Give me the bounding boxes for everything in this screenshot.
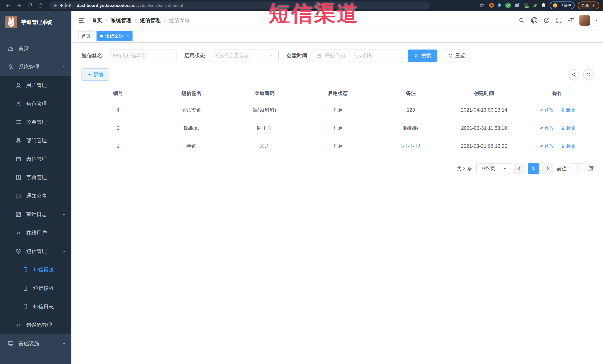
add-button[interactable]: + 新增 [81,68,109,81]
time-label: 创建时间 [287,52,307,59]
breadcrumb-separator: / [164,17,165,23]
security-warning[interactable]: 不安全 [53,3,72,8]
bookmark-star-icon[interactable] [478,1,486,10]
text-size-icon[interactable]: TT [568,17,574,23]
address-bar[interactable]: 不安全 dashboard.yudao.iocoder.cn/system/sm… [49,1,430,9]
search-button[interactable]: 搜索 [408,50,437,62]
sidebar-item-departments[interactable]: 部门管理 [0,132,72,150]
sidebar-item-label: 系统管理 [18,63,39,70]
hamburger-icon[interactable] [78,17,85,24]
trash-icon [561,144,565,148]
tag-sms-channel[interactable]: 短信渠道 × [96,31,132,41]
extension-onetab-icon[interactable]: on [523,2,529,8]
sidebar-item-sms[interactable]: 短信管理 [0,242,72,261]
refresh-table-button[interactable] [583,69,594,80]
col-code: 渠道编码 [228,86,301,101]
sidebar-item-users[interactable]: 用户管理 [0,76,72,94]
sidebar-item-system[interactable]: 系统管理 [0,58,72,76]
delete-link[interactable]: 删除 [561,107,575,113]
toggle-search-button[interactable] [568,69,579,80]
sidebar-item-sms-channel[interactable]: 短信渠道 [0,261,72,279]
help-icon[interactable] [544,17,550,23]
edit-link[interactable]: 修改 [539,107,554,113]
chevron-down-icon [62,341,66,346]
browser-menu-kebab-icon[interactable]: ⋮ [591,3,596,8]
edit-link[interactable]: 修改 [539,125,554,131]
tag-home[interactable]: 首页 [78,31,94,41]
cell-sign: Ballcat [155,119,228,137]
close-icon[interactable]: × [126,33,129,39]
browser-update-button[interactable]: 更新 ⋮ [578,1,599,9]
browser-profile-chip[interactable]: 已暂停 [550,1,575,9]
cell-actions: 修改 删除 [521,119,594,137]
sign-input[interactable] [111,53,173,59]
col-sign: 短信签名 [155,86,228,101]
trash-icon [561,126,565,130]
tags-view-bar: 首页 短信渠道 × [72,30,603,43]
breadcrumb-home[interactable]: 首页 [92,17,102,24]
sidebar-item-infrastructure[interactable]: 基础设施 [0,334,72,353]
sidebar-item-error-codes[interactable]: 错误码管理 [0,316,72,334]
breadcrumb-system[interactable]: 系统管理 [111,17,131,24]
sidebar-item-sms-template[interactable]: 短信模板 [0,279,72,297]
sidebar-item-notices[interactable]: 通知公告 [0,187,72,205]
edit-link[interactable]: 修改 [539,143,554,149]
goto-page-input[interactable] [570,163,585,174]
pagination-total: 共 3 条 [456,165,472,172]
page-number-1[interactable]: 1 [528,163,539,174]
search-icon [414,53,419,58]
sidebar-item-posts[interactable]: 岗位管理 [0,150,72,168]
sidebar-item-menus[interactable]: 菜单管理 [0,113,72,131]
cell-created: 2021-03-31 06:12:20 [447,137,521,155]
header-search-icon[interactable] [518,17,525,23]
breadcrumb-separator: / [106,17,107,23]
avatar-caret-down-icon[interactable]: ▾ [596,18,597,22]
fullscreen-icon[interactable] [556,17,562,23]
extension-leaf-icon[interactable] [532,3,538,8]
avatar[interactable] [580,15,590,26]
table-row: 4 测试渠道 调试(钉钉) 开启 123 2021-04-13 00:23:14… [81,101,594,119]
prev-page-button[interactable] [514,163,525,174]
sidebar-item-roles[interactable]: 角色管理 [0,95,72,113]
sidebar-item-home[interactable]: 首页 [0,39,72,57]
breadcrumb-sms[interactable]: 短信管理 [140,17,161,24]
cell-code: 调试(钉钉) [228,101,301,119]
delete-link[interactable]: 删除 [561,125,575,131]
browser-forward-icon[interactable] [15,1,23,10]
delete-link[interactable]: 删除 [561,143,575,149]
pagination: 共 3 条 10条/页 1 前往 页 [81,163,594,174]
sidebar-item-dictionary[interactable]: 字典管理 [0,168,72,187]
cell-actions: 修改 删除 [521,101,594,119]
browser-home-icon[interactable] [36,1,45,10]
sidebar-item-sms-log[interactable]: 短信日志 [0,298,72,316]
cell-sign: 芋道 [155,137,228,155]
sidebar-item-label: 岗位管理 [26,155,47,163]
next-page-button[interactable] [542,163,553,174]
refresh-icon [448,53,453,58]
extension-donut-icon[interactable] [489,3,494,8]
top-navbar: 首页 / 系统管理 / 短信管理 / 短信渠道 TT ▾ [72,11,603,30]
sidebar-item-online-users[interactable]: 在线用户 [0,224,72,242]
extension-pin-icon[interactable] [497,3,502,8]
sidebar-scrollbar[interactable] [71,11,72,364]
app-logo [5,16,17,28]
cell-status: 开启 [301,119,374,137]
extension-ghost-icon[interactable] [541,2,546,8]
github-icon[interactable] [531,17,538,24]
navbar-actions: TT ▾ [518,15,597,26]
date-range-picker[interactable]: 开始日期 - 结束日期 [312,50,402,62]
reset-button[interactable]: 重置 [442,50,471,62]
sidebar-item-audit-log[interactable]: 审计日志 [0,205,72,224]
cell-sign: 测试渠道 [155,101,228,119]
extension-gray-icon[interactable] [514,2,520,8]
col-id: 编号 [81,86,155,101]
message-icon [15,193,22,199]
browser-back-icon[interactable] [4,1,12,10]
page-unit-label: 页 [589,165,594,172]
end-date-placeholder: 结束日期 [354,52,374,59]
status-select[interactable]: 请选择启用状态 [209,50,279,62]
extension-check-icon[interactable] [505,2,511,8]
sidebar-logo-row[interactable]: 芋道管理系统 [0,11,72,34]
page-size-select[interactable]: 10条/页 [476,163,510,174]
browser-reload-icon[interactable] [25,1,34,10]
